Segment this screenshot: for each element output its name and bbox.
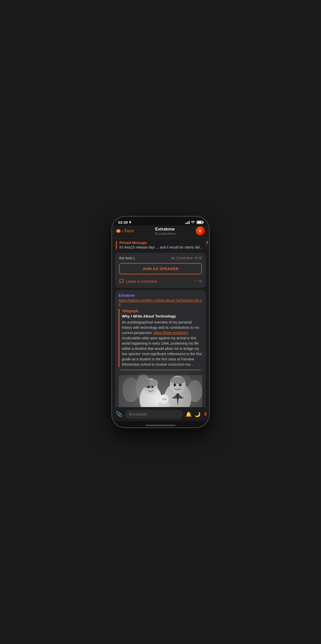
telegraph-inline-link[interactable]: https://bilge.world/why	[154, 331, 188, 335]
nav-bar: 4 ‹ Back Extratone 10 subscribers E	[112, 225, 209, 238]
leave-comment-left-1[interactable]: Leave a Comment	[119, 279, 157, 284]
bots-text: the bots.)	[119, 256, 135, 260]
leave-comment-row-1: Leave a Comment › ↪	[119, 277, 202, 285]
input-actions: 🔔 🌙 🎙	[186, 411, 208, 417]
view-count-small: 1 David Blue, 00:38	[171, 256, 202, 260]
status-icons	[185, 221, 203, 224]
message-link[interactable]: https://telegra.ph/Why-I-Write-About-Tec…	[119, 298, 202, 306]
nav-back[interactable]: 4 ‹ Back	[116, 228, 134, 234]
svg-point-1	[172, 258, 173, 259]
home-indicator	[145, 425, 176, 426]
nav-center: Extratone 10 subscribers	[154, 227, 176, 235]
battery-icon	[197, 221, 203, 224]
signal-bars	[185, 221, 190, 224]
voice-view-info: 1 David Blue, 00:38	[176, 256, 202, 260]
attach-icon[interactable]: 📎	[116, 411, 122, 418]
nav-title: Extratone	[154, 227, 176, 232]
pinned-text: it's #ios15 release day! ... and it woul…	[119, 245, 203, 249]
pin-bar	[116, 241, 117, 249]
bots-line: the bots.) 1 David Blue, 00:38	[119, 256, 202, 260]
eye-small-icon	[171, 257, 175, 259]
pinned-content: Pinned Message it's #ios15 release day! …	[119, 241, 203, 249]
notch	[144, 217, 177, 225]
leave-comment-label-1: Leave a Comment	[126, 279, 157, 283]
avatar-initials: E	[196, 226, 205, 235]
message-card: Extratone https://telegra.ph/Why-I-Write…	[115, 290, 206, 419]
voice-chat-card: the bots.) 1 David Blue, 00:38 JOIN AS S…	[115, 253, 206, 288]
signal-bar-2	[186, 222, 187, 224]
pinned-label: Pinned Message	[119, 241, 203, 245]
telegraph-title: Why I Write About Technology	[122, 314, 202, 318]
back-badge: 4	[116, 229, 121, 233]
broadcast-input[interactable]	[125, 410, 183, 419]
pin-right-icon	[205, 241, 209, 245]
input-bar: 📎 🔔 🌙 🎙	[112, 407, 209, 421]
comment-icon-1	[119, 279, 124, 284]
mic-icon[interactable]: 🎙	[203, 412, 208, 417]
back-label: Back	[124, 228, 134, 233]
telegraph-preview: Telegraph Why I Write About Technology A…	[119, 309, 202, 367]
scroll-content[interactable]: Pinned Message it's #ios15 release day! …	[112, 238, 209, 419]
clock: 03:39	[118, 220, 128, 224]
nav-subtitle: 10 subscribers	[154, 232, 176, 235]
signal-bar-3	[188, 222, 188, 224]
status-time: 03:39	[118, 220, 132, 224]
battery-fill	[197, 221, 202, 223]
pushpin-icon	[205, 241, 209, 245]
signal-bar-1	[185, 223, 186, 224]
pinned-message[interactable]: Pinned Message it's #ios15 release day! …	[112, 238, 209, 252]
wifi-icon	[191, 221, 195, 224]
telegraph-source: Telegraph	[122, 309, 202, 313]
telegraph-body: An autobiographical overview of my perso…	[122, 320, 202, 367]
message-author: Extratone	[119, 293, 202, 297]
moon-icon[interactable]: 🌙	[194, 411, 201, 417]
join-speaker-button[interactable]: JOIN AS SPEAKER	[119, 263, 202, 274]
forward-icon-1[interactable]: ↪	[198, 278, 202, 284]
back-chevron: ‹	[122, 228, 123, 234]
signal-bar-4	[189, 221, 190, 224]
nav-avatar[interactable]: E	[196, 226, 205, 235]
phone-frame: 03:39 4 ‹ Back Ex	[112, 216, 209, 428]
location-icon	[129, 221, 132, 224]
chevron-right-1: ›	[194, 279, 196, 283]
bell-icon[interactable]: 🔔	[186, 411, 192, 417]
